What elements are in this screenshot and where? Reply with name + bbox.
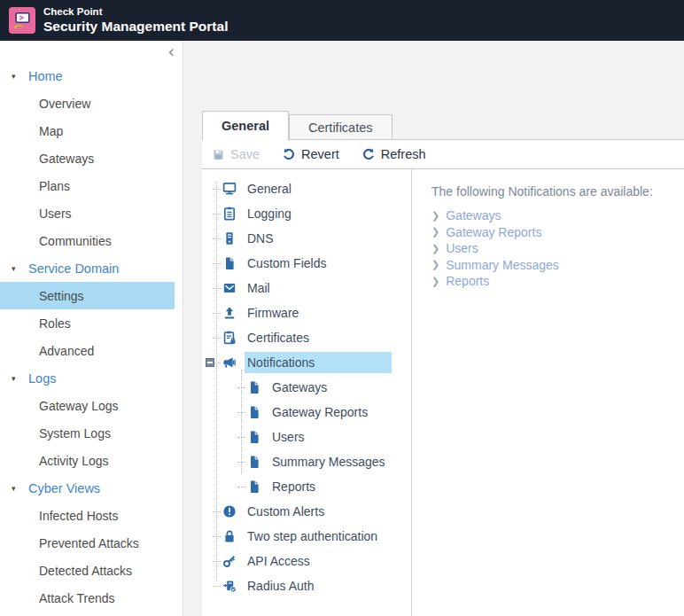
tab-certificates[interactable]: Certificates	[289, 114, 393, 140]
tree-item-label: Certificates	[245, 327, 315, 348]
chevron-right-icon: ❯	[431, 227, 439, 237]
sidebar-item-label: Infected Hosts	[39, 509, 119, 523]
app-window: Check Point Security Management Portal ‹…	[0, 0, 684, 616]
tree-item-summary-messages[interactable]: Summary Messages	[202, 449, 411, 474]
link-label: Gateway Reports	[446, 225, 541, 239]
sidebar-item-settings[interactable]: Settings	[0, 282, 175, 309]
collapse-minus-icon[interactable]	[206, 358, 214, 367]
refresh-button[interactable]: Refresh	[361, 147, 426, 161]
notification-link-reports[interactable]: ❯Reports	[431, 273, 675, 290]
sidebar-nav: ▾HomeOverviewMapGatewaysPlansUsersCommun…	[0, 62, 183, 612]
chevron-right-icon: ❯	[431, 244, 439, 253]
sidebar-item-infected-hosts[interactable]: Infected Hosts	[0, 502, 175, 529]
tree-item-gateways[interactable]: Gateways	[202, 375, 411, 400]
tree-connector	[237, 437, 245, 438]
tree-item-label: Two step authentication	[245, 526, 383, 547]
tree-item-general[interactable]: General	[202, 176, 411, 201]
sidebar-item-roles[interactable]: Roles	[0, 309, 175, 337]
notification-link-summary-messages[interactable]: ❯Summary Messages	[431, 257, 675, 274]
sidebar: ‹ ▾HomeOverviewMapGatewaysPlansUsersComm…	[0, 41, 183, 616]
sidebar-section-home[interactable]: ▾Home	[0, 62, 183, 90]
tree-item-label: Custom Fields	[245, 253, 331, 274]
tree-item-reports[interactable]: Reports	[202, 474, 411, 499]
sidebar-item-map[interactable]: Map	[0, 117, 175, 144]
alert-icon	[222, 504, 237, 519]
tree-item-certificates[interactable]: Certificates	[202, 325, 411, 350]
sidebar-item-overview[interactable]: Overview	[0, 90, 175, 117]
sidebar-item-users[interactable]: Users	[0, 199, 175, 227]
sidebar-item-activity-logs[interactable]: Activity Logs	[0, 447, 175, 474]
sidebar-item-gateway-logs[interactable]: Gateway Logs	[0, 392, 175, 419]
sidebar-item-label: System Logs	[39, 426, 111, 441]
tree-connector	[237, 387, 245, 388]
chevron-right-icon: ❯	[431, 260, 439, 269]
sidebar-item-gateways[interactable]: Gateways	[0, 144, 175, 172]
caret-down-icon: ▾	[12, 374, 20, 383]
tree-item-firmware[interactable]: Firmware	[202, 300, 411, 325]
radius-server-icon	[222, 579, 237, 593]
sidebar-item-label: Settings	[39, 289, 84, 303]
sidebar-section-cyber-views[interactable]: ▾Cyber Views	[0, 474, 183, 502]
tree-item-two-step-authentication[interactable]: Two step authentication	[202, 524, 411, 549]
sidebar-item-label: Roles	[39, 316, 71, 331]
tree-connector	[237, 412, 245, 413]
refresh-button-label: Refresh	[381, 147, 426, 161]
tree-item-logging[interactable]: Logging	[202, 201, 411, 226]
tree-item-notifications[interactable]: Notifications	[202, 350, 411, 375]
file-icon	[246, 380, 261, 394]
tree-item-custom-alerts[interactable]: Custom Alerts	[202, 499, 411, 524]
sidebar-item-plans[interactable]: Plans	[0, 172, 175, 199]
revert-button-label: Revert	[301, 147, 339, 161]
sidebar-item-label: Gateway Logs	[39, 399, 119, 413]
caret-down-icon: ▾	[12, 72, 20, 81]
sidebar-section-logs[interactable]: ▾Logs	[0, 364, 183, 392]
settings-tree-panel: GeneralLoggingDNSCustom FieldsMailFirmwa…	[202, 169, 412, 616]
sidebar-collapse-icon[interactable]: ‹	[167, 43, 175, 60]
sidebar-item-label: Users	[39, 207, 72, 221]
tree-connector	[213, 313, 221, 314]
detail-heading: The following Notifications are availabl…	[431, 183, 675, 199]
tree-item-radius-auth[interactable]: Radius Auth	[202, 573, 411, 598]
notification-links: ❯Gateways❯Gateway Reports❯Users❯Summary …	[431, 207, 675, 290]
sidebar-item-communities[interactable]: Communities	[0, 227, 175, 254]
tree-connector	[213, 561, 221, 562]
tree-item-label: API Access	[245, 550, 315, 572]
revert-icon	[282, 147, 296, 161]
tree-item-gateway-reports[interactable]: Gateway Reports	[202, 400, 411, 425]
tab-label: General	[222, 119, 269, 133]
sidebar-section-label: Logs	[28, 371, 56, 386]
tree-item-label: General	[245, 178, 297, 199]
sidebar-item-label: Communities	[39, 234, 112, 248]
sidebar-section-service-domain[interactable]: ▾Service Domain	[0, 254, 183, 282]
file-icon	[246, 455, 261, 469]
tree-item-dns[interactable]: DNS	[202, 226, 411, 251]
tab-label: Certificates	[308, 121, 373, 135]
tree-item-label: Reports	[269, 476, 321, 497]
tree-item-custom-fields[interactable]: Custom Fields	[202, 251, 411, 276]
tree-connector	[213, 189, 221, 190]
tab-general[interactable]: General	[202, 111, 289, 140]
sidebar-item-system-logs[interactable]: System Logs	[0, 419, 175, 447]
notification-link-gateway-reports[interactable]: ❯Gateway Reports	[431, 224, 675, 241]
revert-button[interactable]: Revert	[282, 147, 339, 161]
sidebar-item-advanced[interactable]: Advanced	[0, 337, 175, 364]
tree-item-label: Radius Auth	[245, 575, 320, 597]
sidebar-item-prevented-attacks[interactable]: Prevented Attacks	[0, 529, 175, 557]
dns-icon	[222, 231, 237, 246]
sidebar-item-detected-attacks[interactable]: Detected Attacks	[0, 557, 175, 584]
certificate-icon	[222, 331, 237, 345]
notification-link-users[interactable]: ❯Users	[431, 240, 675, 257]
chevron-right-icon: ❯	[431, 277, 439, 286]
tree-connector	[213, 586, 221, 587]
save-button[interactable]: Save	[212, 147, 260, 161]
tree-item-api-access[interactable]: API Access	[202, 549, 411, 573]
tree-connector	[213, 214, 221, 214]
notification-link-gateways[interactable]: ❯Gateways	[431, 207, 675, 224]
sidebar-item-attack-trends[interactable]: Attack Trends	[0, 584, 175, 612]
tree-item-mail[interactable]: Mail	[202, 276, 411, 300]
file-icon	[246, 430, 261, 444]
tree-item-label: Users	[269, 426, 310, 448]
link-label: Users	[446, 241, 478, 255]
tree-item-users[interactable]: Users	[202, 425, 411, 449]
file-icon	[222, 256, 237, 270]
